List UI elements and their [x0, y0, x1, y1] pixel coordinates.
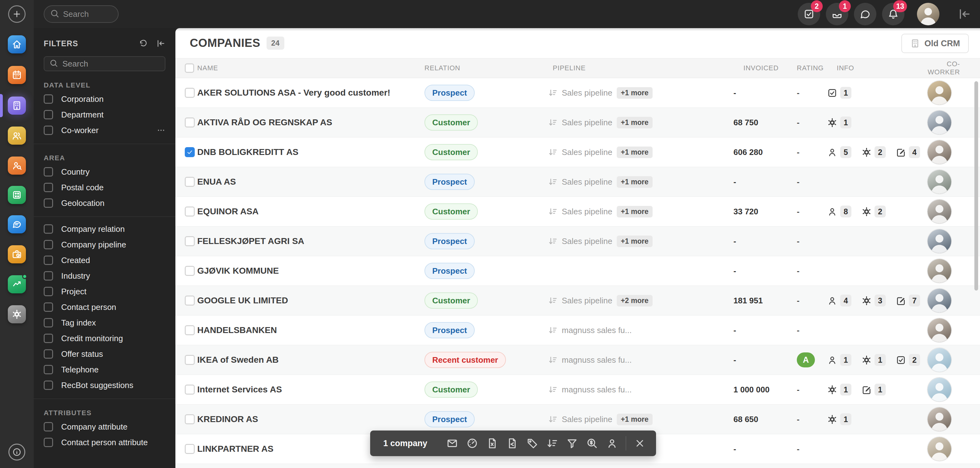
action-funnel-button[interactable] [562, 433, 582, 453]
pipeline-more-badge[interactable]: +1 more [617, 236, 652, 247]
filter-item-contact-person[interactable]: Contact person [44, 299, 165, 315]
checkbox[interactable] [44, 302, 53, 312]
company-name[interactable]: Internet Services AS [197, 385, 425, 395]
more-options-icon[interactable] [157, 126, 165, 135]
column-header-rating[interactable]: RATING [777, 64, 827, 72]
table-row[interactable]: ENUA AS Prospect Sales pipeline+1 more -… [175, 167, 980, 197]
pipeline-more-badge[interactable]: +1 more [617, 176, 652, 188]
co-worker-avatar[interactable] [928, 200, 951, 224]
row-checkbox[interactable] [185, 266, 195, 276]
filter-item-project[interactable]: Project [44, 284, 165, 299]
info-icon[interactable] [8, 444, 25, 460]
rail-item-calendar[interactable] [0, 66, 34, 84]
filter-item-industry[interactable]: Industry [44, 268, 165, 284]
row-checkbox[interactable] [185, 88, 195, 98]
checkbox[interactable] [44, 318, 53, 327]
company-name[interactable]: KREDINOR AS [197, 414, 425, 424]
table-row[interactable]: GJØVIK KOMMUNE Prospect - - [175, 256, 980, 286]
checkbox[interactable] [44, 334, 53, 343]
info-cog-group[interactable]: 1 [861, 354, 886, 366]
rail-item-projects[interactable] [0, 245, 34, 264]
table-row[interactable]: EQUINOR ASA Customer Sales pipeline+1 mo… [175, 197, 980, 227]
rail-item-quotes[interactable] [0, 186, 34, 204]
column-header-info[interactable]: INFO [827, 64, 915, 72]
filters-search[interactable] [44, 56, 165, 71]
co-worker-avatar[interactable] [928, 229, 951, 253]
row-checkbox[interactable] [185, 177, 195, 187]
row-checkbox[interactable] [185, 147, 195, 157]
co-worker-avatar[interactable] [928, 318, 951, 342]
filter-item-recbot-suggestions[interactable]: RecBot suggestions [44, 377, 165, 393]
company-name[interactable]: HANDELSBANKEN [197, 325, 425, 335]
filter-item-company-relation[interactable]: Company relation [44, 221, 165, 237]
row-checkbox[interactable] [185, 385, 195, 395]
old-crm-button[interactable]: Old CRM [901, 34, 969, 53]
rail-item-contacts[interactable] [0, 126, 34, 145]
info-person-group[interactable]: 4 [827, 295, 851, 307]
checkbox[interactable] [44, 198, 53, 208]
column-header-pipeline[interactable]: PIPELINE [548, 64, 733, 72]
column-header-co-worker[interactable]: CO-WORKER [915, 60, 964, 76]
action-file-excel-button[interactable] [482, 433, 502, 453]
table-row[interactable]: AKER SOLUTIONS ASA - Very good customer!… [175, 78, 980, 108]
company-name[interactable]: AKTIVA RÅD OG REGNSKAP AS [197, 117, 425, 128]
chat-button[interactable] [854, 3, 877, 25]
co-worker-avatar[interactable] [928, 110, 951, 134]
table-row[interactable]: IKEA of Sweden AB Recent customer magnus… [175, 345, 980, 375]
pipeline-more-badge[interactable]: +1 more [617, 206, 652, 217]
company-name[interactable]: GOOGLE UK LIMITED [197, 295, 425, 305]
column-header-invoiced[interactable]: INVOICED [733, 64, 777, 72]
column-header-relation[interactable]: RELATION [425, 64, 548, 72]
filters-search-input[interactable] [62, 59, 156, 69]
row-checkbox[interactable] [185, 444, 195, 454]
table-row[interactable]: HANDELSBANKEN Prospect magnuss sales fu.… [175, 316, 980, 345]
info-edit-group[interactable]: 1 [861, 383, 886, 396]
row-checkbox[interactable] [185, 295, 195, 305]
rail-item-companies[interactable] [0, 97, 34, 115]
filter-item-telephone[interactable]: Telephone [44, 362, 165, 377]
checkbox[interactable] [44, 287, 53, 296]
rail-item-new[interactable] [0, 5, 34, 23]
info-cog-group[interactable]: 1 [827, 117, 851, 128]
checkbox[interactable] [44, 224, 53, 234]
co-worker-avatar[interactable] [928, 289, 951, 312]
pipeline-more-badge[interactable]: +1 more [617, 414, 652, 425]
company-name[interactable]: AKER SOLUTIONS ASA - Very good customer! [197, 88, 425, 98]
company-name[interactable]: ENUA AS [197, 177, 425, 187]
table-row[interactable]: Internet Services AS Customer magnuss sa… [175, 375, 980, 404]
co-worker-avatar[interactable] [928, 81, 951, 105]
filter-item-created[interactable]: Created [44, 252, 165, 268]
action-tag-button[interactable] [522, 433, 542, 453]
row-checkbox[interactable] [185, 206, 195, 217]
checkbox[interactable] [44, 365, 53, 374]
table-row[interactable]: DNB BOLIGKREDITT AS Customer Sales pipel… [175, 137, 980, 167]
checkbox[interactable] [44, 183, 53, 192]
collapse-panel-icon[interactable] [958, 7, 971, 21]
company-name[interactable]: IKEA of Sweden AB [197, 355, 425, 365]
checkbox[interactable] [44, 126, 53, 135]
vertical-scrollbar[interactable] [974, 81, 978, 291]
co-worker-avatar[interactable] [928, 170, 951, 194]
filter-item-department[interactable]: Department [44, 107, 165, 123]
table-row[interactable]: GOOGLE UK LIMITED Customer Sales pipelin… [175, 286, 980, 316]
checkbox[interactable] [44, 167, 53, 177]
checkbox[interactable] [44, 422, 53, 431]
rail-item-home[interactable] [0, 35, 34, 53]
pipeline-more-badge[interactable]: +1 more [617, 117, 652, 128]
action-file-share-button[interactable] [502, 433, 522, 453]
checkbox[interactable] [44, 94, 53, 104]
global-search-input[interactable] [63, 10, 110, 19]
checkbox[interactable] [44, 380, 53, 390]
pipeline-more-badge[interactable]: +1 more [617, 87, 652, 99]
filter-item-contact-person-attribute[interactable]: Contact person attribute [44, 434, 165, 450]
filter-item-corporation[interactable]: Corporation [44, 91, 165, 107]
table-row[interactable]: KREDINOR AS Prospect Sales pipeline+1 mo… [175, 404, 980, 434]
filter-item-country[interactable]: Country [44, 164, 165, 180]
checkbox[interactable] [44, 256, 53, 265]
row-checkbox[interactable] [185, 236, 195, 246]
filter-item-offer-status[interactable]: Offer status [44, 346, 165, 362]
pipeline-more-badge[interactable]: +2 more [617, 295, 652, 307]
checkbox[interactable] [44, 240, 53, 249]
row-checkbox[interactable] [185, 117, 195, 128]
global-search[interactable] [44, 5, 119, 23]
